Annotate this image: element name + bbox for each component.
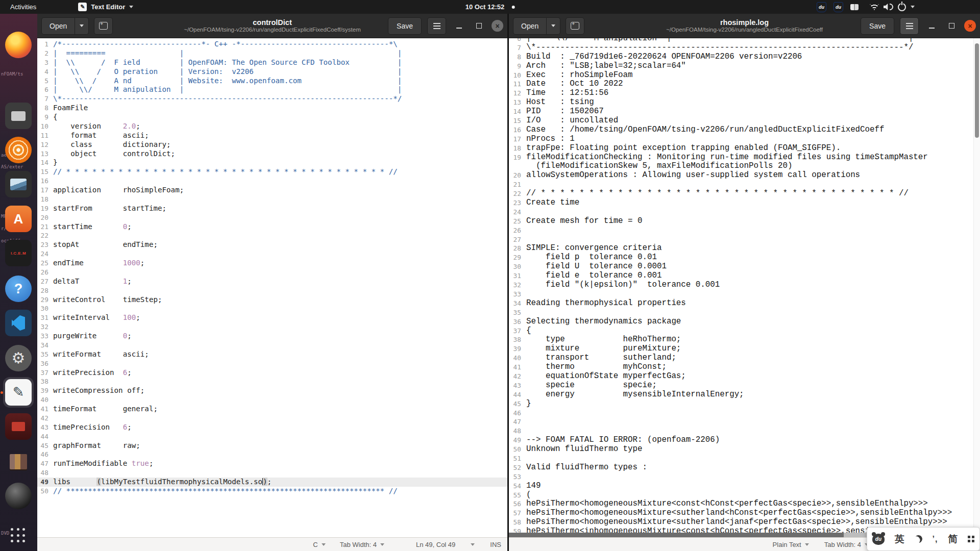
dock-item-settings[interactable]: ⚙ xyxy=(5,345,32,371)
cursor-position-label: Ln 49, Col 49 xyxy=(416,541,455,548)
app-menu-label: Text Editor xyxy=(91,3,125,11)
code-line: 10 version 2.0; xyxy=(37,122,507,131)
code-line: 8FoamFile xyxy=(37,104,507,113)
dock-item-icem-cfd[interactable]: I.C.E.M xyxy=(5,240,32,266)
log-line: 8Build : _76d719d1e6-20220624 OPENFOAM=2… xyxy=(509,53,974,62)
log-line: 45} xyxy=(509,399,974,409)
baidu-ime-indicator2-icon[interactable]: du xyxy=(834,2,843,12)
minimize-button[interactable] xyxy=(924,23,939,29)
vscode-icon xyxy=(12,315,25,331)
open-button[interactable]: Open xyxy=(513,17,547,35)
log-line: 53 xyxy=(509,472,974,482)
scrollbar-thumb[interactable] xyxy=(509,533,844,537)
code-line: 18 xyxy=(37,195,507,204)
open-recent-dropdown[interactable] xyxy=(75,17,89,35)
chevron-down-icon xyxy=(471,543,475,546)
maximize-button[interactable] xyxy=(472,23,486,29)
log-line: 7\*-------------------------------------… xyxy=(509,43,974,53)
help-icon: ? xyxy=(14,281,23,297)
chevron-down-icon xyxy=(911,6,915,8)
background-text-fragment: AS/exter xyxy=(1,164,23,169)
clock[interactable]: 10 Oct 12:52 xyxy=(465,3,515,11)
log-line: 20allowSystemOperations : Allowing user-… xyxy=(509,171,974,180)
ime-tools-grid-icon[interactable] xyxy=(968,536,970,538)
code-line: 47runTimeModifiable true; xyxy=(37,459,507,468)
code-line: 24 xyxy=(37,249,507,259)
system-status-area[interactable] xyxy=(870,3,915,11)
ubuntu-software-icon: A xyxy=(14,211,23,227)
tab-width-label: Tab Width: 4 xyxy=(340,541,377,548)
left-editor[interactable]: 1/*--------------------------------*- C+… xyxy=(37,38,507,537)
log-line: 10Exec : rhoSimpleFoam xyxy=(509,71,974,80)
goto-line-dropdown[interactable] xyxy=(471,543,475,546)
show-applications-button[interactable] xyxy=(11,528,26,543)
maximize-button[interactable] xyxy=(944,23,959,29)
activities-button[interactable]: Activities xyxy=(0,0,46,14)
minimize-button[interactable] xyxy=(452,23,466,29)
ime-punctuation-mode[interactable]: ’, xyxy=(932,535,938,544)
baidu-ime-indicator-icon[interactable]: du xyxy=(817,2,826,12)
open-button[interactable]: Open xyxy=(41,17,75,35)
log-line: 46 xyxy=(509,409,974,418)
vertical-scrollbar[interactable] xyxy=(973,38,980,533)
code-line: 23stopAt endTime; xyxy=(37,240,507,249)
code-line: 19startFrom startTime; xyxy=(37,204,507,213)
tab-width-selector[interactable]: Tab Width: 4 xyxy=(824,541,869,548)
menu-button[interactable] xyxy=(427,17,446,35)
log-line: 51 xyxy=(509,454,974,463)
log-line: 11Date : Oct 10 2022 xyxy=(509,80,974,89)
log-line: 24 xyxy=(509,208,974,217)
log-line: 55( xyxy=(509,491,974,500)
new-tab-button[interactable] xyxy=(566,17,584,35)
dock-item-vscode[interactable] xyxy=(5,310,32,336)
app-menu[interactable]: ✎ Text Editor xyxy=(78,3,133,11)
log-line: 14PID : 1502067 xyxy=(509,107,974,116)
dock-item-rhythmbox[interactable] xyxy=(5,137,32,163)
moon-icon[interactable] xyxy=(914,535,922,543)
log-line: 42 equationOfState myperfectGas; xyxy=(509,372,974,381)
dock-item-files[interactable] xyxy=(5,103,32,129)
code-line: 42 xyxy=(37,414,507,423)
left-editor-lines: 1/*--------------------------------*- C+… xyxy=(37,38,507,496)
dock-item-media-player[interactable] xyxy=(5,413,32,440)
ime-language-mode[interactable]: 英 xyxy=(895,533,904,546)
scrollbar-thumb[interactable] xyxy=(975,43,979,138)
insert-mode[interactable]: INS xyxy=(490,541,501,548)
dock-item-dvd[interactable] xyxy=(5,483,32,509)
code-line: 32 xyxy=(37,322,507,332)
ime-charset-mode[interactable]: 简 xyxy=(948,533,958,546)
log-line: 50Unknown fluidThermo type xyxy=(509,445,974,454)
code-line: 30 xyxy=(37,304,507,313)
open-recent-dropdown[interactable] xyxy=(547,17,560,35)
window-rhosimple-log: Open rhosimple.log ~/OpenFOAM/tsing-v220… xyxy=(509,14,980,551)
dock-item-firefox[interactable] xyxy=(5,32,32,58)
log-line: 28SIMPLE: convergence criteria xyxy=(509,244,974,253)
dock-item-books[interactable] xyxy=(5,448,32,475)
close-button[interactable]: × xyxy=(492,20,503,32)
new-document-icon xyxy=(571,22,579,30)
dock-item-ubuntu-software[interactable]: A xyxy=(5,206,32,232)
window-title: rhosimple.log xyxy=(666,18,823,27)
code-line: 9{ xyxy=(37,113,507,122)
maximize-icon xyxy=(476,23,482,29)
dock-item-help[interactable]: ? xyxy=(5,276,32,302)
log-line: 18trapFpe: Floating point exception trap… xyxy=(509,144,974,153)
language-selector[interactable]: C xyxy=(313,541,325,548)
language-label: Plain Text xyxy=(773,541,801,548)
background-text-fragment: DVD xyxy=(1,531,9,536)
code-line: 41timeFormat general; xyxy=(37,405,507,414)
dock-item-image-viewer[interactable] xyxy=(5,171,32,197)
right-editor[interactable]: 6| \\/ M anipulation | |7\*-------------… xyxy=(509,38,974,533)
menu-button[interactable] xyxy=(900,17,919,35)
code-line: 17application rhoSimpleFoam; xyxy=(37,186,507,195)
tab-width-selector[interactable]: Tab Width: 4 xyxy=(340,541,384,548)
close-button[interactable]: × xyxy=(964,20,976,32)
new-tab-button[interactable] xyxy=(94,17,113,35)
save-button[interactable]: Save xyxy=(861,17,894,35)
baidu-ime-logo-icon[interactable]: du xyxy=(872,534,885,545)
code-line: 33purgeWrite 0; xyxy=(37,332,507,341)
dock-item-text-editor[interactable]: ✎ xyxy=(5,379,32,406)
dictionary-applet-icon[interactable] xyxy=(850,4,859,10)
language-selector[interactable]: Plain Text xyxy=(773,541,809,548)
save-button[interactable]: Save xyxy=(388,17,422,35)
